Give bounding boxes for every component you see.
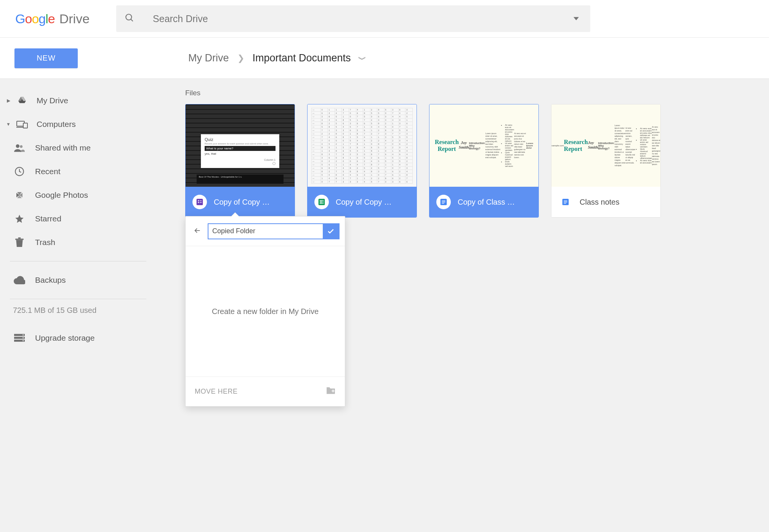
sheets-file-icon <box>314 195 329 209</box>
file-thumbnail: Research Report Joy Smith Introduction: … <box>429 104 538 187</box>
product-name: Drive <box>59 11 90 26</box>
sidebar-item-label: Google Photos <box>35 191 88 200</box>
svg-rect-23 <box>321 200 321 204</box>
svg-rect-30 <box>564 202 567 202</box>
svg-rect-25 <box>442 200 445 201</box>
file-card-footer: Copy of Class … <box>429 187 538 217</box>
docs-file-icon <box>558 195 573 209</box>
svg-rect-20 <box>320 200 324 200</box>
svg-rect-31 <box>564 203 566 204</box>
svg-point-13 <box>22 340 24 341</box>
search-input[interactable] <box>153 13 582 24</box>
expand-caret-icon[interactable]: ▼ <box>4 122 13 127</box>
svg-rect-16 <box>200 200 202 201</box>
files-grid: Quiz Record your answers for each questi… <box>185 104 769 218</box>
sidebar-item-my-drive[interactable]: ▶ My Drive <box>0 89 156 112</box>
sidebar-item-starred[interactable]: Starred <box>0 207 156 231</box>
sidebar-item-trash[interactable]: Trash <box>0 231 156 254</box>
svg-point-0 <box>126 14 131 20</box>
svg-line-1 <box>131 19 133 21</box>
svg-rect-18 <box>200 202 202 203</box>
thumb-doc-author: Joy Smith <box>588 140 598 149</box>
sidebar-item-upgrade[interactable]: Upgrade storage <box>0 326 156 350</box>
logo[interactable]: Google Drive <box>15 11 90 26</box>
file-card[interactable]: Teacher: Ms. Wendy Writer Email: no_repl… <box>551 104 661 218</box>
svg-rect-26 <box>442 202 445 202</box>
file-card-footer: Copy of Copy … <box>308 187 417 217</box>
people-icon <box>13 144 26 152</box>
file-card[interactable]: Quiz Record your answers for each questi… <box>185 104 295 218</box>
storage-used: 725.1 MB of 15 GB used <box>0 306 156 315</box>
file-card-footer: Class notes <box>551 187 660 217</box>
back-arrow-icon[interactable] <box>191 224 204 239</box>
thumb-doc-byline2: Email: no_reply@example.com <box>551 142 564 147</box>
thumb-doc-heading: Introduction: Why Biology? <box>598 142 615 150</box>
main: Files Quiz Record your answers for each … <box>156 79 769 532</box>
file-card[interactable]: —0113741285363—6347068550742—38510750604… <box>307 104 417 218</box>
breadcrumb: My Drive ❯ Important Documents ❯ <box>188 52 365 64</box>
svg-rect-17 <box>198 202 199 203</box>
sidebar: ▶ My Drive ▼ Computers Shared with me <box>0 79 156 532</box>
file-thumbnail: Quiz Record your answers for each questi… <box>186 104 295 187</box>
sidebar-item-backups[interactable]: Backups <box>0 268 156 292</box>
new-folder-icon[interactable] <box>326 386 336 397</box>
sidebar-item-photos[interactable]: Google Photos <box>0 183 156 207</box>
svg-point-6 <box>20 145 22 148</box>
chevron-right-icon: ❯ <box>237 53 244 63</box>
trash-icon <box>13 237 26 247</box>
move-popover: Create a new folder in My Drive MOVE HER… <box>185 216 345 407</box>
file-name: Copy of Copy … <box>214 198 270 207</box>
thumb-form-question: What is your name? <box>205 146 276 151</box>
google-logo-text: Google <box>15 11 55 26</box>
breadcrumb-root[interactable]: My Drive <box>188 52 229 64</box>
sidebar-item-recent[interactable]: Recent <box>0 160 156 183</box>
content: ▶ My Drive ▼ Computers Shared with me <box>0 79 769 532</box>
thumb-form-footer: Best Of The Movies - Unforgettable for 1… <box>197 175 284 184</box>
svg-rect-14 <box>197 199 203 205</box>
popover-header <box>186 216 345 246</box>
svg-rect-4 <box>23 123 27 128</box>
thumb-doc-title: Research Report <box>564 139 588 152</box>
folder-name-input[interactable] <box>208 224 323 239</box>
sidebar-item-computers[interactable]: ▼ Computers <box>0 112 156 136</box>
breadcrumb-current[interactable]: Important Documents <box>253 52 351 64</box>
computers-icon <box>13 120 31 129</box>
file-card[interactable]: Research Report Joy Smith Introduction: … <box>429 104 539 218</box>
header: Google Drive <box>0 0 769 38</box>
files-section-label: Files <box>185 89 769 97</box>
sidebar-item-shared[interactable]: Shared with me <box>0 136 156 160</box>
popover-footer: MOVE HERE <box>186 377 345 406</box>
file-thumbnail: Teacher: Ms. Wendy Writer Email: no_repl… <box>551 104 660 187</box>
search-box[interactable] <box>116 5 590 32</box>
sidebar-item-label: Trash <box>35 238 55 247</box>
file-name: Copy of Class … <box>458 198 515 207</box>
folder-name-field-wrapper <box>208 223 340 239</box>
svg-point-5 <box>16 144 19 148</box>
sidebar-item-label: Shared with me <box>35 143 91 152</box>
search-options-caret-icon[interactable] <box>574 5 579 32</box>
confirm-button[interactable] <box>323 224 339 239</box>
svg-rect-21 <box>320 202 324 202</box>
move-here-button[interactable]: MOVE HERE <box>195 388 238 396</box>
popover-body-text: Create a new folder in My Drive <box>212 307 319 316</box>
sidebar-item-label: My Drive <box>37 96 68 105</box>
svg-rect-29 <box>564 200 567 201</box>
new-button[interactable]: NEW <box>14 48 78 68</box>
thumb-form-title: Quiz <box>205 137 276 142</box>
thumb-form-col: Column 1 <box>264 159 276 161</box>
star-icon <box>13 214 26 224</box>
svg-point-12 <box>22 337 24 338</box>
svg-point-11 <box>22 335 24 336</box>
thumb-doc-author: Joy Smith <box>459 140 469 149</box>
search-icon <box>125 13 135 24</box>
thumb-form-hint: Record your answers for each question an… <box>205 143 276 145</box>
expand-caret-icon[interactable]: ▶ <box>4 98 13 103</box>
chevron-down-icon[interactable]: ❯ <box>358 56 366 61</box>
docs-file-icon <box>436 195 451 209</box>
sidebar-item-label: Recent <box>35 167 61 176</box>
file-thumbnail: —0113741285363—6347068550742—38510750604… <box>308 104 417 187</box>
popover-body: Create a new folder in My Drive <box>186 246 345 377</box>
svg-rect-33 <box>333 389 333 393</box>
svg-rect-27 <box>442 203 444 204</box>
thumb-doc-title: Research Report <box>435 139 459 152</box>
